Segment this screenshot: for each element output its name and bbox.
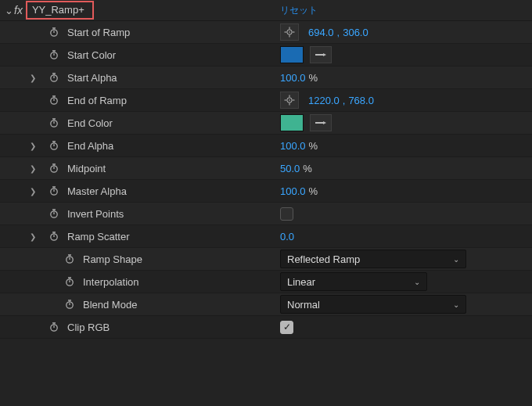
reset-link[interactable]: リセット: [280, 4, 318, 17]
expand-toggle[interactable]: ❯: [30, 164, 36, 173]
stopwatch-icon[interactable]: [49, 140, 59, 151]
checkbox-clip-rgb[interactable]: ✓: [280, 321, 293, 334]
value-start-ramp-x[interactable]: 694.0: [308, 27, 334, 38]
point-picker-button[interactable]: [280, 23, 299, 41]
unit-end-alpha: %: [309, 140, 318, 152]
expand-toggle[interactable]: ❯: [30, 187, 36, 196]
unit-master-alpha: %: [309, 185, 318, 197]
value-sep: ,: [343, 95, 346, 106]
row-interpolation: Interpolation Linear ⌄: [0, 271, 532, 293]
stopwatch-icon[interactable]: [64, 299, 75, 310]
dropdown-interpolation[interactable]: Linear ⌄: [280, 272, 427, 291]
value-master-alpha[interactable]: 100.0: [280, 185, 306, 197]
expand-toggle[interactable]: ❯: [30, 74, 36, 82]
label-ramp-shape: Ramp Shape: [83, 253, 142, 265]
stopwatch-icon[interactable]: [49, 27, 59, 38]
svg-point-29: [289, 99, 290, 101]
dropdown-ramp-shape[interactable]: Reflected Ramp ⌄: [280, 250, 466, 268]
row-end-color: End Color: [0, 112, 532, 135]
stopwatch-icon[interactable]: [64, 276, 75, 287]
label-interpolation: Interpolation: [83, 276, 139, 288]
dropdown-value: Normal: [287, 299, 320, 311]
stopwatch-icon[interactable]: [49, 322, 59, 332]
row-clip-rgb: Clip RGB ✓: [0, 316, 532, 339]
dropdown-value: Linear: [287, 276, 315, 288]
value-sep: ,: [337, 27, 340, 38]
row-ramp-shape: Ramp Shape Reflected Ramp ⌄: [0, 248, 532, 271]
value-midpoint[interactable]: 50.0: [280, 163, 300, 174]
eyedropper-button[interactable]: [310, 114, 332, 131]
stopwatch-icon[interactable]: [49, 95, 59, 106]
expand-toggle[interactable]: ❯: [30, 142, 36, 150]
value-start-ramp-y[interactable]: 306.0: [343, 27, 368, 38]
dropdown-blend-mode[interactable]: Normal ⌄: [280, 295, 466, 314]
label-ramp-scatter: Ramp Scatter: [67, 231, 129, 243]
eyedropper-button[interactable]: [310, 46, 332, 63]
unit-midpoint: %: [303, 163, 312, 174]
value-ramp-scatter[interactable]: 0.0: [280, 231, 294, 243]
checkbox-invert-points[interactable]: [280, 207, 293, 221]
effect-disclosure-toggle[interactable]: ⌄: [5, 5, 13, 16]
stopwatch-icon[interactable]: [49, 117, 59, 128]
effect-controls-panel: ⌄ fx YY_Ramp+ リセット Start of Ramp 694.0,3…: [0, 0, 532, 406]
stopwatch-icon[interactable]: [49, 208, 59, 219]
row-blend-mode: Blend Mode Normal ⌄: [0, 293, 532, 316]
label-invert-points: Invert Points: [67, 208, 124, 220]
svg-rect-14: [315, 54, 324, 56]
label-clip-rgb: Clip RGB: [67, 322, 110, 333]
value-end-ramp-y[interactable]: 768.0: [348, 95, 374, 106]
value-end-alpha[interactable]: 100.0: [280, 140, 306, 152]
value-start-alpha[interactable]: 100.0: [280, 72, 306, 84]
chevron-down-icon: ⌄: [453, 300, 459, 309]
label-master-alpha: Master Alpha: [67, 185, 127, 197]
svg-marker-35: [323, 121, 326, 124]
point-picker-button[interactable]: [280, 92, 299, 109]
label-end-alpha: End Alpha: [67, 140, 113, 152]
stopwatch-icon[interactable]: [49, 72, 59, 83]
fx-badge[interactable]: fx: [14, 4, 23, 16]
check-icon: ✓: [283, 322, 291, 332]
stopwatch-icon[interactable]: [49, 49, 59, 60]
row-start-alpha: ❯ Start Alpha 100.0%: [0, 66, 532, 89]
row-end-alpha: ❯ End Alpha 100.0%: [0, 135, 532, 157]
label-end-color: End Color: [67, 117, 113, 129]
unit-start-alpha: %: [309, 72, 318, 84]
svg-point-9: [289, 31, 290, 33]
row-start-color: Start Color: [0, 44, 532, 66]
label-start-alpha: Start Alpha: [67, 72, 117, 84]
stopwatch-icon[interactable]: [49, 163, 59, 174]
stopwatch-icon[interactable]: [49, 231, 59, 242]
dropdown-value: Reflected Ramp: [287, 253, 360, 265]
effect-name[interactable]: YY_Ramp+: [26, 1, 94, 20]
chevron-down-icon: ⌄: [453, 255, 459, 264]
label-midpoint: Midpoint: [67, 163, 106, 174]
row-master-alpha: ❯ Master Alpha 100.0%: [0, 180, 532, 203]
label-start-of-ramp: Start of Ramp: [67, 27, 130, 38]
end-color-swatch[interactable]: [280, 114, 304, 131]
expand-toggle[interactable]: ❯: [30, 232, 36, 241]
svg-rect-34: [315, 122, 324, 124]
row-start-of-ramp: Start of Ramp 694.0,306.0: [0, 21, 532, 44]
row-end-of-ramp: End of Ramp 1220.0,768.0: [0, 89, 532, 112]
row-ramp-scatter: ❯ Ramp Scatter 0.0: [0, 225, 532, 248]
stopwatch-icon[interactable]: [64, 253, 75, 264]
label-start-color: Start Color: [67, 49, 116, 61]
value-end-ramp-x[interactable]: 1220.0: [308, 95, 340, 106]
row-invert-points: Invert Points: [0, 203, 532, 225]
label-end-of-ramp: End of Ramp: [67, 95, 127, 106]
svg-marker-15: [323, 53, 326, 56]
row-midpoint: ❯ Midpoint 50.0%: [0, 157, 532, 180]
chevron-down-icon: ⌄: [414, 278, 420, 286]
stopwatch-icon[interactable]: [49, 185, 59, 196]
label-blend-mode: Blend Mode: [83, 299, 137, 311]
start-color-swatch[interactable]: [280, 46, 304, 63]
effect-header: ⌄ fx YY_Ramp+ リセット: [0, 0, 532, 21]
